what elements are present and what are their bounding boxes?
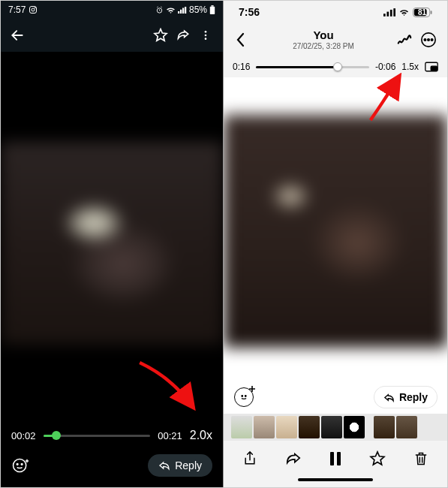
bottom-toolbar	[224, 441, 447, 477]
header-title: You	[251, 29, 396, 42]
svg-point-1	[32, 8, 35, 11]
star-button[interactable]	[149, 28, 172, 43]
reply-label: Reply	[175, 459, 202, 471]
svg-point-14	[17, 463, 18, 465]
progress-row: 0:16 -0:06 1.5x	[224, 56, 447, 77]
progress-row: 00:02 00:21 2.0x	[1, 421, 223, 450]
video-letterbox-top	[1, 52, 223, 142]
svg-rect-6	[182, 8, 184, 14]
svg-rect-8	[210, 6, 215, 14]
current-time: 00:02	[11, 430, 36, 441]
seek-slider[interactable]	[256, 66, 369, 68]
svg-point-25	[428, 39, 429, 41]
svg-rect-31	[330, 452, 334, 465]
svg-point-29	[242, 396, 243, 397]
status-time: 7:56	[239, 6, 260, 18]
svg-point-30	[245, 396, 247, 397]
reply-button[interactable]: Reply	[374, 387, 437, 408]
alarm-icon	[155, 6, 164, 14]
svg-point-2	[35, 8, 36, 8]
forward-button[interactable]	[285, 451, 302, 466]
video-letterbox-bottom: Reply	[224, 348, 447, 414]
svg-rect-9	[211, 5, 213, 7]
more-button[interactable]	[194, 28, 217, 43]
android-top-bar	[1, 19, 223, 52]
playback-speed-button[interactable]: 2.0x	[190, 429, 212, 442]
star-button[interactable]	[369, 450, 386, 467]
back-button[interactable]	[7, 28, 28, 43]
ios-top-bar: You 27/02/25, 3:28 PM	[224, 23, 447, 56]
signal-icon	[178, 6, 187, 14]
svg-point-11	[205, 35, 207, 37]
svg-rect-18	[390, 9, 392, 16]
svg-rect-28	[431, 66, 437, 71]
share-button[interactable]	[242, 450, 257, 467]
emoji-reaction-button[interactable]	[234, 387, 254, 407]
video-letterbox-bottom: 00:02 00:21 2.0x Reply	[1, 345, 223, 487]
battery-text: 85%	[189, 5, 207, 15]
svg-point-15	[21, 463, 23, 465]
video-letterbox-top	[224, 77, 447, 115]
svg-point-10	[205, 31, 207, 33]
media-thumbnail-strip[interactable]	[224, 414, 447, 441]
svg-rect-16	[383, 14, 386, 17]
svg-rect-32	[337, 452, 341, 465]
signal-icon	[383, 8, 395, 17]
emoji-reaction-button[interactable]	[11, 456, 29, 474]
home-indicator[interactable]	[224, 477, 447, 487]
delete-button[interactable]	[413, 450, 428, 467]
header-subtitle: 27/02/25, 3:28 PM	[251, 42, 396, 50]
svg-rect-4	[178, 11, 179, 14]
reply-label: Reply	[399, 391, 428, 403]
wifi-icon	[166, 6, 176, 14]
seek-slider[interactable]	[44, 435, 151, 437]
forward-button[interactable]	[172, 28, 194, 43]
android-status-bar: 7:57 85%	[1, 1, 223, 19]
instagram-icon	[29, 5, 38, 14]
status-time: 7:57	[8, 5, 26, 15]
android-screen: 7:57 85%	[1, 1, 224, 487]
svg-rect-7	[185, 7, 186, 14]
back-button[interactable]	[230, 32, 251, 47]
svg-point-12	[205, 38, 207, 40]
wifi-icon	[398, 8, 410, 17]
svg-point-24	[424, 39, 425, 41]
pause-button[interactable]	[329, 451, 341, 466]
svg-rect-17	[386, 11, 389, 16]
total-time: 00:21	[158, 430, 182, 441]
reply-button[interactable]: Reply	[148, 454, 212, 477]
svg-point-13	[14, 459, 26, 471]
svg-rect-5	[180, 9, 182, 13]
ios-status-bar: 7:56 81	[224, 1, 447, 23]
pip-button[interactable]	[425, 62, 438, 72]
remaining-time: -0:06	[375, 62, 395, 72]
battery-icon	[209, 5, 215, 15]
video-content[interactable]	[1, 142, 223, 345]
video-content[interactable]	[224, 115, 447, 348]
svg-point-26	[431, 39, 432, 41]
current-time: 0:16	[233, 62, 250, 72]
svg-rect-19	[393, 8, 395, 17]
battery-text: 81	[413, 8, 431, 17]
battery-icon: 81	[413, 8, 432, 17]
draw-button[interactable]	[396, 32, 413, 48]
playback-speed-button[interactable]: 1.5x	[401, 62, 419, 72]
more-button[interactable]	[420, 32, 437, 48]
ios-screen: 7:56 81 You 27/02/25, 3:28 PM	[224, 1, 447, 487]
